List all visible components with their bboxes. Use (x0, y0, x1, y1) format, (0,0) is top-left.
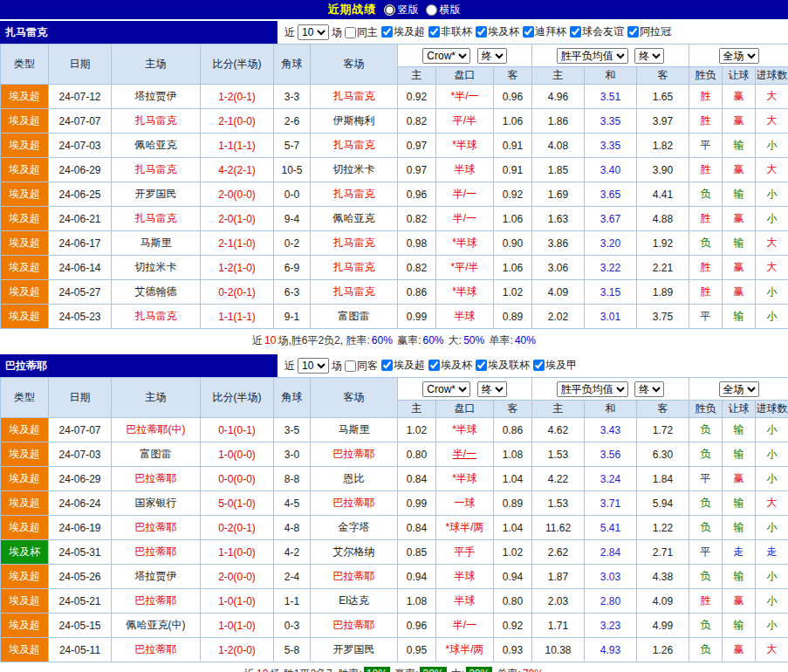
games-label: 场 (332, 359, 342, 374)
odds-company-select[interactable]: Crow* (422, 381, 470, 397)
avg-type-select[interactable]: 胜平负均值 (557, 381, 628, 397)
section-header: 巴拉蒂耶 近 10 场 同客 埃及超埃及杯埃及联杯埃及甲 (0, 354, 788, 377)
goals-result-cell: 大 (756, 85, 788, 109)
league-filter-非联杯[interactable]: 非联杯 (426, 24, 472, 39)
vertical-layout-radio[interactable] (384, 4, 395, 16)
odds-company-select[interactable]: Crow* (422, 48, 470, 64)
wdl-result-cell: 胜 (689, 109, 723, 134)
corners-cell: 3-0 (274, 442, 311, 467)
wdl-result-cell: 胜 (689, 207, 723, 231)
handicap-line-cell: *半球 (436, 280, 494, 305)
avg-home-odds-cell: 1.53 (532, 442, 585, 467)
league-filter-埃及杯[interactable]: 埃及杯 (426, 358, 472, 373)
scope-select[interactable]: 全场 (719, 381, 759, 397)
avg-draw-odds-cell: 2.80 (585, 589, 637, 614)
league-filter-埃及超[interactable]: 埃及超 (379, 358, 425, 373)
date-cell: 24-07-07 (49, 418, 112, 442)
league-checkbox[interactable] (381, 26, 393, 38)
away-team-cell: 扎马雷克 (311, 280, 398, 305)
league-checkbox[interactable] (476, 26, 487, 38)
wdl-result-cell: 平 (689, 540, 723, 565)
league-checkbox[interactable] (523, 26, 534, 38)
avg-state-select[interactable]: 终 (634, 48, 664, 64)
handicap-away-odds-cell: 0.96 (494, 85, 532, 109)
team-name: 巴拉蒂耶 (0, 354, 278, 377)
league-label: 埃及超 (394, 24, 425, 39)
league-checkbox[interactable] (428, 26, 440, 38)
date-cell: 24-06-29 (49, 158, 112, 182)
summary-text: 单率: (486, 334, 513, 346)
match-count-select[interactable]: 10 (298, 24, 329, 40)
layout-radio-vertical[interactable]: 竖版 (384, 3, 419, 17)
sub-header-line: 盘口 (436, 67, 494, 85)
avg-away-odds-cell: 1.72 (637, 418, 689, 442)
avg-draw-odds-cell: 3.01 (585, 305, 637, 329)
league-checkbox[interactable] (533, 360, 545, 371)
scope-select[interactable]: 全场 (719, 48, 759, 64)
handicap-line-cell: *半球 (436, 418, 494, 442)
same-venue-filter[interactable]: 同主 (342, 25, 378, 40)
league-checkbox[interactable] (381, 360, 393, 371)
recent-matches-table: 类型 日期 主场 比分(半场) 角球 客场 Crow* 终 胜平负均值 终 全场 (0, 44, 788, 329)
wdl-result-cell: 胜 (689, 158, 723, 182)
handicap-result-cell: 赢 (723, 85, 756, 109)
same-venue-filter[interactable]: 同客 (342, 359, 378, 374)
handicap-away-odds-cell: 1.02 (494, 280, 532, 305)
league-filter-埃及杯[interactable]: 埃及杯 (473, 24, 519, 39)
handicap-line-cell: *半/一 (436, 85, 494, 109)
league-filters: 埃及超埃及杯埃及联杯埃及甲 (379, 358, 578, 374)
league-filter-埃及甲[interactable]: 埃及甲 (531, 358, 577, 373)
match-count-select[interactable]: 10 (298, 358, 329, 374)
sub-header-odds-away: 客 (494, 401, 532, 418)
wdl-result-cell: 负 (689, 491, 723, 516)
score-cell: 1-2(0-0) (201, 638, 274, 662)
match-table-body: 埃及超24-07-12塔拉贾伊1-2(0-1)3-3扎马雷克0.92*半/一0.… (1, 85, 788, 329)
avg-away-odds-cell: 3.97 (637, 109, 689, 134)
handicap-line-cell: 平手 (436, 540, 494, 565)
avg-home-odds-cell: 1.87 (532, 565, 585, 589)
odds-state-select[interactable]: 终 (477, 381, 507, 397)
layout-radio-horizontal[interactable]: 横版 (426, 3, 461, 17)
same-venue-checkbox[interactable] (345, 27, 356, 38)
handicap-home-odds-cell: 0.84 (398, 467, 436, 491)
avg-type-select[interactable]: 胜平负均值 (557, 48, 628, 64)
league-checkbox[interactable] (428, 360, 440, 371)
handicap-result-cell: 走 (723, 540, 756, 565)
league-filter-迪拜杯[interactable]: 迪拜杯 (520, 24, 566, 39)
avg-home-odds-cell: 2.62 (532, 540, 585, 565)
handicap-result-cell: 输 (723, 442, 756, 467)
avg-home-odds-cell: 1.71 (532, 614, 585, 638)
league-filter-球会友谊[interactable]: 球会友谊 (567, 24, 624, 39)
avg-draw-odds-cell: 3.71 (585, 491, 637, 516)
avg-draw-odds-cell: 3.35 (585, 134, 637, 158)
avg-home-odds-cell: 10.38 (532, 638, 585, 662)
score-cell: 2-0(1-0) (201, 207, 274, 231)
home-team-cell: 扎马雷克 (112, 305, 201, 329)
goals-result-cell: 小 (756, 134, 788, 158)
avg-home-odds-cell: 1.53 (532, 491, 585, 516)
league-checkbox[interactable] (570, 26, 581, 38)
handicap-result-cell: 赢 (723, 207, 756, 231)
handicap-result-cell: 赢 (723, 158, 756, 182)
avg-away-odds-cell: 2.71 (637, 540, 689, 565)
same-venue-checkbox[interactable] (345, 360, 356, 372)
home-team-cell: 佩哈亚克(中) (112, 614, 201, 638)
league-filter-埃及联杯[interactable]: 埃及联杯 (473, 358, 530, 373)
handicap-away-odds-cell: 0.90 (494, 231, 532, 256)
sub-header-avg-home: 主 (532, 67, 585, 85)
odds-state-select[interactable]: 终 (477, 48, 507, 64)
handicap-away-odds-cell: 0.92 (494, 182, 532, 207)
league-filter-阿拉冠[interactable]: 阿拉冠 (625, 24, 671, 39)
rate-badge: 20% (466, 667, 492, 672)
horizontal-layout-radio[interactable] (426, 4, 437, 16)
league-checkbox[interactable] (627, 26, 639, 38)
away-team-cell: 扎马雷克 (311, 231, 398, 256)
league-checkbox[interactable] (476, 360, 487, 371)
corners-cell: 4-8 (274, 516, 311, 540)
handicap-away-odds-cell: 1.06 (494, 256, 532, 280)
league-filter-埃及超[interactable]: 埃及超 (379, 24, 425, 39)
match-row: 埃及超24-05-26塔拉贾伊2-0(0-0)2-4巴拉蒂耶0.94半球0.94… (1, 565, 788, 589)
summary-text: 场,胜6平2负2, 胜率: (278, 334, 369, 346)
avg-state-select[interactable]: 终 (634, 381, 664, 397)
league-type-cell: 埃及超 (1, 491, 49, 516)
